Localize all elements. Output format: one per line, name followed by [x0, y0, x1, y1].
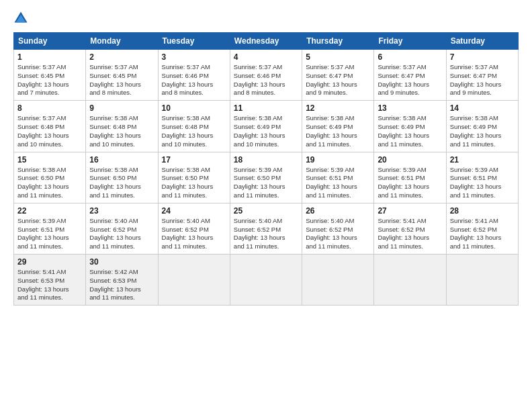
weekday-header: Saturday [446, 33, 518, 50]
calendar-cell: 6Sunrise: 5:37 AMSunset: 6:47 PMDaylight… [374, 50, 446, 101]
day-info: Sunrise: 5:39 AMSunset: 6:51 PMDaylight:… [450, 166, 515, 200]
weekday-header: Thursday [302, 33, 374, 50]
day-number: 20 [378, 155, 442, 165]
day-info: Sunrise: 5:38 AMSunset: 6:49 PMDaylight:… [450, 114, 515, 148]
weekday-header-row: SundayMondayTuesdayWednesdayThursdayFrid… [14, 33, 519, 50]
calendar-cell: 5Sunrise: 5:37 AMSunset: 6:47 PMDaylight… [302, 50, 374, 101]
day-info: Sunrise: 5:38 AMSunset: 6:49 PMDaylight:… [234, 114, 298, 148]
day-info: Sunrise: 5:38 AMSunset: 6:50 PMDaylight:… [89, 166, 154, 200]
day-info: Sunrise: 5:39 AMSunset: 6:51 PMDaylight:… [378, 166, 442, 200]
calendar-cell: 1Sunrise: 5:37 AMSunset: 6:45 PMDaylight… [14, 50, 86, 101]
day-info: Sunrise: 5:38 AMSunset: 6:49 PMDaylight:… [306, 114, 370, 148]
calendar-week-row: 29Sunrise: 5:41 AMSunset: 6:53 PMDayligh… [14, 255, 519, 306]
day-info: Sunrise: 5:37 AMSunset: 6:45 PMDaylight:… [17, 63, 82, 97]
calendar-cell: 17Sunrise: 5:38 AMSunset: 6:50 PMDayligh… [158, 152, 230, 203]
calendar: SundayMondayTuesdayWednesdayThursdayFrid… [13, 32, 519, 306]
day-number: 6 [378, 52, 442, 62]
header [13, 11, 519, 26]
calendar-cell [158, 255, 230, 306]
day-info: Sunrise: 5:37 AMSunset: 6:46 PMDaylight:… [234, 63, 298, 97]
calendar-cell: 22Sunrise: 5:39 AMSunset: 6:51 PMDayligh… [14, 203, 86, 254]
calendar-cell: 18Sunrise: 5:39 AMSunset: 6:50 PMDayligh… [230, 152, 302, 203]
calendar-cell: 25Sunrise: 5:40 AMSunset: 6:52 PMDayligh… [230, 203, 302, 254]
day-info: Sunrise: 5:40 AMSunset: 6:52 PMDaylight:… [306, 217, 370, 251]
calendar-cell: 26Sunrise: 5:40 AMSunset: 6:52 PMDayligh… [302, 203, 374, 254]
weekday-header: Wednesday [230, 33, 302, 50]
day-number: 9 [89, 103, 154, 113]
weekday-header: Monday [86, 33, 158, 50]
calendar-cell: 30Sunrise: 5:42 AMSunset: 6:53 PMDayligh… [86, 255, 158, 306]
day-info: Sunrise: 5:37 AMSunset: 6:46 PMDaylight:… [162, 63, 226, 97]
day-info: Sunrise: 5:39 AMSunset: 6:51 PMDaylight:… [17, 217, 82, 251]
day-info: Sunrise: 5:39 AMSunset: 6:51 PMDaylight:… [306, 166, 370, 200]
calendar-cell: 24Sunrise: 5:40 AMSunset: 6:52 PMDayligh… [158, 203, 230, 254]
day-info: Sunrise: 5:38 AMSunset: 6:50 PMDaylight:… [162, 166, 226, 200]
day-number: 17 [162, 155, 226, 165]
weekday-header: Tuesday [158, 33, 230, 50]
day-info: Sunrise: 5:40 AMSunset: 6:52 PMDaylight:… [234, 217, 298, 251]
calendar-cell: 28Sunrise: 5:41 AMSunset: 6:52 PMDayligh… [446, 203, 518, 254]
calendar-cell: 27Sunrise: 5:41 AMSunset: 6:52 PMDayligh… [374, 203, 446, 254]
calendar-cell: 9Sunrise: 5:38 AMSunset: 6:48 PMDaylight… [86, 101, 158, 152]
day-info: Sunrise: 5:37 AMSunset: 6:48 PMDaylight:… [17, 114, 82, 148]
calendar-cell: 14Sunrise: 5:38 AMSunset: 6:49 PMDayligh… [446, 101, 518, 152]
calendar-cell: 12Sunrise: 5:38 AMSunset: 6:49 PMDayligh… [302, 101, 374, 152]
calendar-cell: 29Sunrise: 5:41 AMSunset: 6:53 PMDayligh… [14, 255, 86, 306]
logo-icon [13, 11, 28, 26]
calendar-cell: 13Sunrise: 5:38 AMSunset: 6:49 PMDayligh… [374, 101, 446, 152]
day-number: 7 [450, 52, 515, 62]
day-number: 8 [17, 103, 82, 113]
calendar-cell [230, 255, 302, 306]
day-number: 1 [17, 52, 82, 62]
day-info: Sunrise: 5:39 AMSunset: 6:50 PMDaylight:… [234, 166, 298, 200]
day-number: 18 [234, 155, 298, 165]
day-number: 19 [306, 155, 370, 165]
calendar-cell [374, 255, 446, 306]
calendar-cell: 10Sunrise: 5:38 AMSunset: 6:48 PMDayligh… [158, 101, 230, 152]
calendar-cell: 2Sunrise: 5:37 AMSunset: 6:45 PMDaylight… [86, 50, 158, 101]
day-info: Sunrise: 5:40 AMSunset: 6:52 PMDaylight:… [162, 217, 226, 251]
day-info: Sunrise: 5:38 AMSunset: 6:48 PMDaylight:… [162, 114, 226, 148]
day-info: Sunrise: 5:37 AMSunset: 6:47 PMDaylight:… [378, 63, 442, 97]
calendar-cell: 20Sunrise: 5:39 AMSunset: 6:51 PMDayligh… [374, 152, 446, 203]
logo [13, 11, 31, 26]
day-number: 24 [162, 206, 226, 216]
day-number: 15 [17, 155, 82, 165]
calendar-cell [446, 255, 518, 306]
day-number: 21 [450, 155, 515, 165]
calendar-week-row: 15Sunrise: 5:38 AMSunset: 6:50 PMDayligh… [14, 152, 519, 203]
day-number: 27 [378, 206, 442, 216]
calendar-week-row: 22Sunrise: 5:39 AMSunset: 6:51 PMDayligh… [14, 203, 519, 254]
day-number: 23 [89, 206, 154, 216]
day-number: 25 [234, 206, 298, 216]
calendar-cell: 15Sunrise: 5:38 AMSunset: 6:50 PMDayligh… [14, 152, 86, 203]
day-number: 14 [450, 103, 515, 113]
calendar-cell: 8Sunrise: 5:37 AMSunset: 6:48 PMDaylight… [14, 101, 86, 152]
day-info: Sunrise: 5:41 AMSunset: 6:52 PMDaylight:… [378, 217, 442, 251]
calendar-cell: 11Sunrise: 5:38 AMSunset: 6:49 PMDayligh… [230, 101, 302, 152]
day-info: Sunrise: 5:41 AMSunset: 6:53 PMDaylight:… [17, 268, 82, 302]
day-number: 12 [306, 103, 370, 113]
page: SundayMondayTuesdayWednesdayThursdayFrid… [0, 0, 532, 411]
day-number: 29 [17, 257, 82, 267]
calendar-cell: 3Sunrise: 5:37 AMSunset: 6:46 PMDaylight… [158, 50, 230, 101]
weekday-header: Friday [374, 33, 446, 50]
weekday-header: Sunday [14, 33, 86, 50]
calendar-cell: 16Sunrise: 5:38 AMSunset: 6:50 PMDayligh… [86, 152, 158, 203]
day-number: 11 [234, 103, 298, 113]
day-number: 30 [89, 257, 154, 267]
day-info: Sunrise: 5:41 AMSunset: 6:52 PMDaylight:… [450, 217, 515, 251]
day-number: 4 [234, 52, 298, 62]
calendar-cell: 23Sunrise: 5:40 AMSunset: 6:52 PMDayligh… [86, 203, 158, 254]
day-number: 26 [306, 206, 370, 216]
calendar-week-row: 8Sunrise: 5:37 AMSunset: 6:48 PMDaylight… [14, 101, 519, 152]
day-info: Sunrise: 5:38 AMSunset: 6:48 PMDaylight:… [89, 114, 154, 148]
day-number: 28 [450, 206, 515, 216]
day-info: Sunrise: 5:38 AMSunset: 6:49 PMDaylight:… [378, 114, 442, 148]
day-number: 2 [89, 52, 154, 62]
day-info: Sunrise: 5:42 AMSunset: 6:53 PMDaylight:… [89, 268, 154, 302]
day-info: Sunrise: 5:37 AMSunset: 6:47 PMDaylight:… [306, 63, 370, 97]
calendar-cell [302, 255, 374, 306]
day-number: 13 [378, 103, 442, 113]
day-number: 16 [89, 155, 154, 165]
